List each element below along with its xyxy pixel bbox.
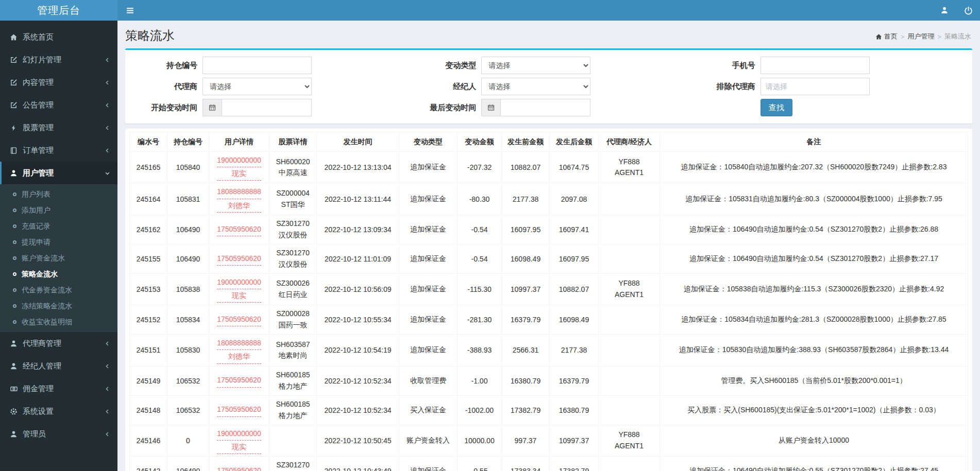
position-no-label: 持仓编号 xyxy=(130,61,202,71)
user-detail-link[interactable]: 17505950620 xyxy=(217,252,261,266)
sidebar-item-stocks[interactable]: 股票管理 xyxy=(0,116,117,139)
cell-change-type: 追加保证金 xyxy=(399,335,458,366)
sidebar-subitem[interactable]: 充值记录 xyxy=(0,218,117,234)
search-button[interactable]: 查找 xyxy=(761,99,792,116)
sidebar-item-users[interactable]: 用户管理 xyxy=(0,162,117,184)
sidebar-item-agents[interactable]: 代理商管理 xyxy=(0,332,117,355)
cell-change-type: 收取管理费 xyxy=(399,366,458,395)
sidebar-subitem[interactable]: 策略金流水 xyxy=(0,266,117,282)
sidebar-item-slides[interactable]: 幻灯片管理 xyxy=(0,48,117,71)
user-detail-link[interactable]: 17505950620 xyxy=(217,223,261,236)
cell-time: 2022-10-12 10:50:45 xyxy=(317,425,399,456)
table-header-row: 编水号 持仓编号 用户详情 股票详情 发生时间 变动类型 变动金额 发生前金额 … xyxy=(130,132,968,152)
sidebar-item-label: 系统设置 xyxy=(23,407,54,416)
cell-change-type: 账户资金转入 xyxy=(399,425,458,456)
stock-code: SZ000004 xyxy=(273,188,313,199)
user-menu-button[interactable] xyxy=(933,0,956,21)
navbar-right xyxy=(933,0,980,21)
cell-after-amount: 16097.41 xyxy=(550,215,599,244)
cell-after-amount: 17382.79 xyxy=(550,456,599,471)
sidebar-item-brokers[interactable]: 经纪人管理 xyxy=(0,355,117,377)
sidebar-item-admins[interactable]: 管理员 xyxy=(0,423,117,445)
cell-remark: 从账户资金转入10000 xyxy=(660,425,968,456)
user-detail-link[interactable]: 18088888888 刘德华 xyxy=(217,185,261,212)
cell-agent-broker xyxy=(599,366,660,395)
position-no-input[interactable] xyxy=(202,57,312,74)
stock-name: 地素时尚 xyxy=(273,350,313,361)
cell-agent-broker xyxy=(599,244,660,273)
breadcrumb-section-link[interactable]: 用户管理 xyxy=(907,32,934,41)
exclude-agent-input[interactable] xyxy=(761,78,870,95)
cell-stock-detail: SH600185 格力地产 xyxy=(269,395,317,425)
sidebar-subitem[interactable]: 收益宝收益明细 xyxy=(0,314,117,330)
stock-code: SH600020 xyxy=(273,156,313,168)
cell-user-detail: 17505950620 xyxy=(209,366,269,395)
stock-code: SH600185 xyxy=(273,370,313,381)
phone-input[interactable] xyxy=(761,57,870,74)
sidebar-subitem[interactable]: 添加用户 xyxy=(0,202,117,218)
circle-o-icon xyxy=(13,320,16,324)
filter-exclude-agent: 排除代理商 xyxy=(688,78,967,95)
sidebar-subitem[interactable]: 用户列表 xyxy=(0,186,117,202)
col-serial: 编水号 xyxy=(130,132,167,152)
sidebar-item-commission[interactable]: 佣金管理 xyxy=(0,377,117,400)
user-detail-link[interactable]: 17505950620 xyxy=(217,374,261,387)
cell-user-detail: 18088888888 刘德华 xyxy=(209,183,269,215)
cell-before-amount: 16380.79 xyxy=(502,366,550,395)
user-detail-link[interactable]: 17505950620 xyxy=(217,464,261,471)
broker-select[interactable]: 请选择 xyxy=(481,78,590,95)
filter-grid: 持仓编号 变动类型 请选择 手机号 代理商 请选择 xyxy=(130,57,967,116)
sidebar-item-content[interactable]: 内容管理 xyxy=(0,71,117,94)
user-detail-link[interactable]: 19000000000 现实 xyxy=(217,276,261,303)
user-detail-link[interactable]: 17505950620 xyxy=(217,403,261,416)
cell-amount: -0.54 xyxy=(458,244,502,273)
breadcrumb-separator: > xyxy=(901,33,905,41)
circle-o-icon xyxy=(13,240,16,244)
agent-name: YF888 xyxy=(602,156,656,168)
home-icon xyxy=(9,33,18,41)
sidebar-subitem[interactable]: 代金券资金流水 xyxy=(0,282,117,298)
user-icon xyxy=(940,6,949,14)
sidebar-item-settings[interactable]: 系统设置 xyxy=(0,400,117,423)
stock-code: SZ301270 xyxy=(273,218,313,230)
cell-before-amount: 16098.49 xyxy=(502,244,550,273)
cell-after-amount: 16097.95 xyxy=(550,244,599,273)
sidebar-subitem[interactable]: 提现申请 xyxy=(0,234,117,250)
stock-code: SZ300026 xyxy=(273,278,313,289)
app-root: 管理后台 系统首页 xyxy=(0,0,980,471)
sidebar-item-notice[interactable]: 公告管理 xyxy=(0,94,117,116)
sidebar-users-submenu: 用户列表 添加用户 充值记录 提现申请 xyxy=(0,184,117,332)
cell-before-amount: 16379.79 xyxy=(502,305,550,335)
sidebar-item-home[interactable]: 系统首页 xyxy=(0,26,117,48)
user-detail-link[interactable]: 19000000000 现实 xyxy=(217,154,261,181)
breadcrumb-home-link[interactable]: 首页 xyxy=(875,32,898,41)
user-detail-link[interactable]: 19000000000 现实 xyxy=(217,427,261,454)
table-row: 245162 106490 17505950620 SZ301270 汉仪股 xyxy=(130,215,968,244)
user-detail-link[interactable]: 17505950620 xyxy=(217,313,261,326)
sidebar-item-orders[interactable]: 订单管理 xyxy=(0,139,117,162)
cell-time: 2022-10-12 13:09:34 xyxy=(317,215,399,244)
cell-user-detail: 17505950620 xyxy=(209,244,269,273)
change-type-select[interactable]: 请选择 xyxy=(481,57,590,74)
cell-user-detail: 18088888888 刘德华 xyxy=(209,335,269,366)
content-header: 策略流水 首页 > 用户管理 > 策略流水 xyxy=(117,21,980,48)
start-time-input[interactable] xyxy=(222,99,312,116)
cell-amount: -0.54 xyxy=(458,215,502,244)
cell-time: 2022-10-12 13:11:44 xyxy=(317,183,399,215)
sidebar-item-label: 幻灯片管理 xyxy=(23,55,61,65)
cell-before-amount: 2566.31 xyxy=(502,335,550,366)
cell-after-amount: 2097.08 xyxy=(550,183,599,215)
user-icon xyxy=(9,169,18,177)
cell-agent-broker xyxy=(599,456,660,471)
user-detail-link[interactable]: 18088888888 刘德华 xyxy=(217,337,261,363)
sidebar-subitem[interactable]: 冻结策略金流水 xyxy=(0,298,117,314)
cell-change-type: 买入保证金 xyxy=(399,395,458,425)
agent-select[interactable]: 请选择 xyxy=(202,78,312,95)
logout-button[interactable] xyxy=(956,0,980,21)
cell-amount: -1002.00 xyxy=(458,395,502,425)
table-row: 245151 105830 18088888888 刘德华 SH603587 xyxy=(130,335,968,366)
sidebar-subitem[interactable]: 账户资金流水 xyxy=(0,250,117,266)
sidebar-toggle-button[interactable] xyxy=(117,0,142,21)
end-time-input[interactable] xyxy=(501,99,590,116)
sidebar-subitem-label: 策略金流水 xyxy=(22,270,58,279)
